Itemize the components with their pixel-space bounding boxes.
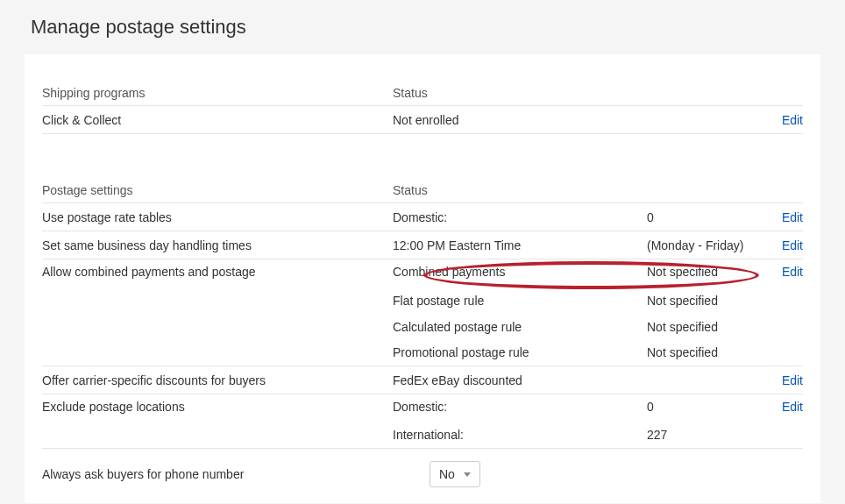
status-rate-tables: Domestic:: [393, 210, 647, 224]
row-promotional-postage-rule: Promotional postage rule Not specified: [42, 340, 803, 366]
caret-down-icon: [464, 472, 471, 477]
header-status: Status: [393, 183, 647, 197]
row-handling-times: Set same business day handling times 12:…: [42, 231, 803, 259]
value-combined-payments-1: Not specified: [647, 294, 759, 308]
label-carrier-discounts: Offer carrier-specific discounts for buy…: [42, 373, 393, 387]
edit-combined-payments[interactable]: Edit: [782, 265, 803, 279]
status-combined-payments-2: Calculated postage rule: [393, 320, 647, 334]
edit-exclude-locations[interactable]: Edit: [782, 400, 803, 414]
extra-handling-times: (Monday - Friday): [647, 238, 759, 252]
phone-number-value: No: [439, 467, 455, 481]
status-handling-times: 12:00 PM Eastern Time: [393, 238, 647, 252]
row-flat-postage-rule: Flat postage rule Not specified: [42, 287, 803, 314]
label-handling-times: Set same business day handling times: [42, 238, 393, 252]
row-carrier-discounts: Offer carrier-specific discounts for buy…: [42, 366, 803, 394]
status-exclude-international: International:: [393, 428, 647, 442]
shipping-programs-header: Shipping programs Status: [42, 68, 803, 106]
value-exclude-international: 227: [647, 428, 759, 442]
edit-carrier-discounts[interactable]: Edit: [782, 373, 803, 387]
label-exclude-locations: Exclude postage locations: [42, 400, 393, 414]
row-combined-payments: Allow combined payments and postage Comb…: [42, 259, 803, 287]
value-exclude-domestic: 0: [647, 400, 759, 414]
row-calculated-postage-rule: Calculated postage rule Not specified: [42, 314, 803, 340]
row-click-collect: Click & Collect Not enrolled Edit: [42, 106, 803, 134]
status-carrier-discounts: FedEx eBay discounted: [393, 373, 647, 387]
status-combined-payments-0: Combined payments: [393, 265, 647, 279]
phone-number-dropdown[interactable]: No: [430, 461, 480, 487]
label-rate-tables: Use postage rate tables: [42, 210, 393, 224]
row-exclude-locations: Exclude postage locations Domestic: 0 Ed…: [42, 394, 803, 422]
postage-settings-header: Postage settings Status: [42, 166, 803, 203]
status-combined-payments-3: Promotional postage rule: [393, 345, 647, 359]
value-combined-payments-2: Not specified: [647, 320, 759, 334]
header-shipping-programs: Shipping programs: [42, 86, 393, 100]
edit-click-collect[interactable]: Edit: [782, 113, 803, 127]
row-rate-tables: Use postage rate tables Domestic: 0 Edit: [42, 203, 803, 231]
label-click-collect: Click & Collect: [42, 113, 393, 127]
extra-rate-tables: 0: [647, 210, 759, 224]
header-status: Status: [393, 86, 647, 100]
edit-rate-tables[interactable]: Edit: [782, 210, 803, 224]
page-title: Manage postage settings: [0, 0, 845, 54]
row-exclude-international: International: 227: [42, 422, 803, 449]
label-phone-number: Always ask buyers for phone number: [42, 467, 430, 481]
label-combined-payments: Allow combined payments and postage: [42, 265, 393, 279]
status-click-collect: Not enrolled: [393, 113, 647, 127]
settings-panel: Shipping programs Status Click & Collect…: [25, 54, 820, 503]
header-postage-settings: Postage settings: [42, 183, 393, 197]
row-phone-number: Always ask buyers for phone number No: [42, 449, 803, 503]
value-combined-payments-3: Not specified: [647, 345, 759, 359]
value-combined-payments-0: Not specified: [647, 265, 759, 279]
status-exclude-domestic: Domestic:: [393, 400, 647, 414]
status-combined-payments-1: Flat postage rule: [393, 294, 647, 308]
edit-handling-times[interactable]: Edit: [782, 238, 803, 252]
